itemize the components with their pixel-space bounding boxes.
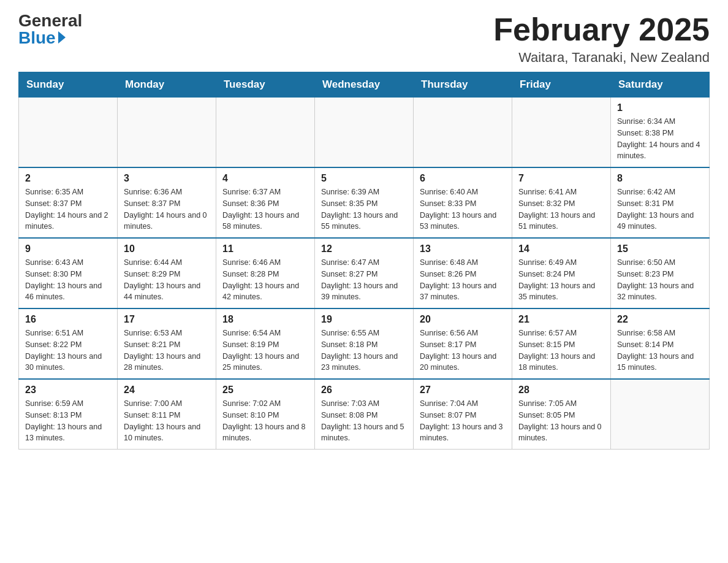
calendar-cell: 16Sunrise: 6:51 AM Sunset: 8:22 PM Dayli… — [19, 308, 118, 379]
calendar-cell: 28Sunrise: 7:05 AM Sunset: 8:05 PM Dayli… — [512, 379, 611, 450]
calendar-cell: 17Sunrise: 6:53 AM Sunset: 8:21 PM Dayli… — [118, 308, 216, 379]
day-info: Sunrise: 7:00 AM Sunset: 8:11 PM Dayligh… — [124, 398, 210, 444]
day-number: 8 — [617, 173, 703, 184]
calendar-cell: 25Sunrise: 7:02 AM Sunset: 8:10 PM Dayli… — [216, 379, 315, 450]
calendar-cell: 12Sunrise: 6:47 AM Sunset: 8:27 PM Dayli… — [315, 238, 414, 308]
page-header: General Blue February 2025 Waitara, Tara… — [18, 12, 710, 66]
day-info: Sunrise: 6:36 AM Sunset: 8:37 PM Dayligh… — [124, 186, 210, 232]
weekday-header-friday: Friday — [512, 72, 611, 98]
calendar-cell: 7Sunrise: 6:41 AM Sunset: 8:32 PM Daylig… — [512, 167, 611, 238]
day-number: 28 — [518, 385, 604, 396]
day-number: 12 — [321, 243, 407, 255]
calendar-cell — [315, 98, 414, 168]
day-number: 9 — [25, 243, 111, 255]
calendar-cell: 5Sunrise: 6:39 AM Sunset: 8:35 PM Daylig… — [315, 167, 414, 238]
logo: General Blue — [18, 12, 82, 47]
day-number: 26 — [321, 385, 407, 396]
day-number: 14 — [518, 243, 604, 255]
calendar-week-row: 1Sunrise: 6:34 AM Sunset: 8:38 PM Daylig… — [19, 98, 710, 168]
calendar-cell: 1Sunrise: 6:34 AM Sunset: 8:38 PM Daylig… — [611, 98, 710, 168]
calendar-cell: 11Sunrise: 6:46 AM Sunset: 8:28 PM Dayli… — [216, 238, 315, 308]
day-info: Sunrise: 7:05 AM Sunset: 8:05 PM Dayligh… — [518, 398, 604, 444]
calendar-cell: 8Sunrise: 6:42 AM Sunset: 8:31 PM Daylig… — [611, 167, 710, 238]
calendar-cell — [512, 98, 611, 168]
calendar-cell: 21Sunrise: 6:57 AM Sunset: 8:15 PM Dayli… — [512, 308, 611, 379]
weekday-header-wednesday: Wednesday — [315, 72, 414, 98]
day-number: 27 — [420, 385, 506, 396]
calendar-cell: 23Sunrise: 6:59 AM Sunset: 8:13 PM Dayli… — [19, 379, 118, 450]
logo-blue-text: Blue — [18, 29, 66, 47]
calendar-cell: 24Sunrise: 7:00 AM Sunset: 8:11 PM Dayli… — [118, 379, 216, 450]
calendar-cell — [216, 98, 315, 168]
day-number: 15 — [617, 243, 703, 255]
day-info: Sunrise: 6:40 AM Sunset: 8:33 PM Dayligh… — [420, 186, 506, 232]
calendar-cell: 10Sunrise: 6:44 AM Sunset: 8:29 PM Dayli… — [118, 238, 216, 308]
calendar-location: Waitara, Taranaki, New Zealand — [493, 50, 710, 66]
day-number: 20 — [420, 314, 506, 325]
day-number: 10 — [124, 243, 210, 255]
day-info: Sunrise: 6:48 AM Sunset: 8:26 PM Dayligh… — [420, 257, 506, 303]
calendar-cell: 26Sunrise: 7:03 AM Sunset: 8:08 PM Dayli… — [315, 379, 414, 450]
calendar-title: February 2025 — [493, 12, 710, 47]
calendar-cell: 6Sunrise: 6:40 AM Sunset: 8:33 PM Daylig… — [414, 167, 512, 238]
day-info: Sunrise: 6:37 AM Sunset: 8:36 PM Dayligh… — [222, 186, 308, 232]
title-section: February 2025 Waitara, Taranaki, New Zea… — [493, 12, 710, 66]
day-number: 22 — [617, 314, 703, 325]
day-number: 2 — [25, 173, 111, 184]
day-info: Sunrise: 6:50 AM Sunset: 8:23 PM Dayligh… — [617, 257, 703, 303]
day-info: Sunrise: 7:04 AM Sunset: 8:07 PM Dayligh… — [420, 398, 506, 444]
day-info: Sunrise: 6:41 AM Sunset: 8:32 PM Dayligh… — [518, 186, 604, 232]
logo-general-text: General — [18, 12, 82, 29]
calendar-week-row: 16Sunrise: 6:51 AM Sunset: 8:22 PM Dayli… — [19, 308, 710, 379]
day-info: Sunrise: 6:55 AM Sunset: 8:18 PM Dayligh… — [321, 327, 407, 373]
weekday-header-sunday: Sunday — [19, 72, 118, 98]
calendar-cell: 22Sunrise: 6:58 AM Sunset: 8:14 PM Dayli… — [611, 308, 710, 379]
day-number: 7 — [518, 173, 604, 184]
day-info: Sunrise: 6:47 AM Sunset: 8:27 PM Dayligh… — [321, 257, 407, 303]
day-info: Sunrise: 6:56 AM Sunset: 8:17 PM Dayligh… — [420, 327, 506, 373]
weekday-header-saturday: Saturday — [611, 72, 710, 98]
weekday-header-monday: Monday — [118, 72, 216, 98]
day-number: 19 — [321, 314, 407, 325]
day-info: Sunrise: 7:02 AM Sunset: 8:10 PM Dayligh… — [222, 398, 308, 444]
calendar-week-row: 9Sunrise: 6:43 AM Sunset: 8:30 PM Daylig… — [19, 238, 710, 308]
day-number: 24 — [124, 385, 210, 396]
calendar-cell — [414, 98, 512, 168]
calendar-cell: 15Sunrise: 6:50 AM Sunset: 8:23 PM Dayli… — [611, 238, 710, 308]
logo-triangle-icon — [58, 31, 66, 44]
day-info: Sunrise: 6:43 AM Sunset: 8:30 PM Dayligh… — [25, 257, 111, 303]
day-info: Sunrise: 6:34 AM Sunset: 8:38 PM Dayligh… — [617, 116, 703, 162]
day-number: 6 — [420, 173, 506, 184]
day-info: Sunrise: 6:46 AM Sunset: 8:28 PM Dayligh… — [222, 257, 308, 303]
day-info: Sunrise: 6:35 AM Sunset: 8:37 PM Dayligh… — [25, 186, 111, 232]
calendar-week-row: 2Sunrise: 6:35 AM Sunset: 8:37 PM Daylig… — [19, 167, 710, 238]
weekday-header-thursday: Thursday — [414, 72, 512, 98]
day-info: Sunrise: 6:54 AM Sunset: 8:19 PM Dayligh… — [222, 327, 308, 373]
calendar-cell: 20Sunrise: 6:56 AM Sunset: 8:17 PM Dayli… — [414, 308, 512, 379]
day-info: Sunrise: 6:49 AM Sunset: 8:24 PM Dayligh… — [518, 257, 604, 303]
day-info: Sunrise: 7:03 AM Sunset: 8:08 PM Dayligh… — [321, 398, 407, 444]
calendar-cell — [611, 379, 710, 450]
day-number: 13 — [420, 243, 506, 255]
calendar-cell: 19Sunrise: 6:55 AM Sunset: 8:18 PM Dayli… — [315, 308, 414, 379]
calendar-cell: 2Sunrise: 6:35 AM Sunset: 8:37 PM Daylig… — [19, 167, 118, 238]
day-number: 5 — [321, 173, 407, 184]
day-number: 25 — [222, 385, 308, 396]
day-number: 3 — [124, 173, 210, 184]
calendar-week-row: 23Sunrise: 6:59 AM Sunset: 8:13 PM Dayli… — [19, 379, 710, 450]
calendar-cell: 14Sunrise: 6:49 AM Sunset: 8:24 PM Dayli… — [512, 238, 611, 308]
day-number: 21 — [518, 314, 604, 325]
calendar-cell: 9Sunrise: 6:43 AM Sunset: 8:30 PM Daylig… — [19, 238, 118, 308]
weekday-header-row: SundayMondayTuesdayWednesdayThursdayFrid… — [19, 72, 710, 98]
day-info: Sunrise: 6:51 AM Sunset: 8:22 PM Dayligh… — [25, 327, 111, 373]
day-info: Sunrise: 6:53 AM Sunset: 8:21 PM Dayligh… — [124, 327, 210, 373]
day-info: Sunrise: 6:58 AM Sunset: 8:14 PM Dayligh… — [617, 327, 703, 373]
day-number: 11 — [222, 243, 308, 255]
day-number: 18 — [222, 314, 308, 325]
weekday-header-tuesday: Tuesday — [216, 72, 315, 98]
calendar-cell: 4Sunrise: 6:37 AM Sunset: 8:36 PM Daylig… — [216, 167, 315, 238]
calendar-cell: 13Sunrise: 6:48 AM Sunset: 8:26 PM Dayli… — [414, 238, 512, 308]
day-number: 1 — [617, 102, 703, 113]
day-info: Sunrise: 6:44 AM Sunset: 8:29 PM Dayligh… — [124, 257, 210, 303]
calendar-cell: 27Sunrise: 7:04 AM Sunset: 8:07 PM Dayli… — [414, 379, 512, 450]
